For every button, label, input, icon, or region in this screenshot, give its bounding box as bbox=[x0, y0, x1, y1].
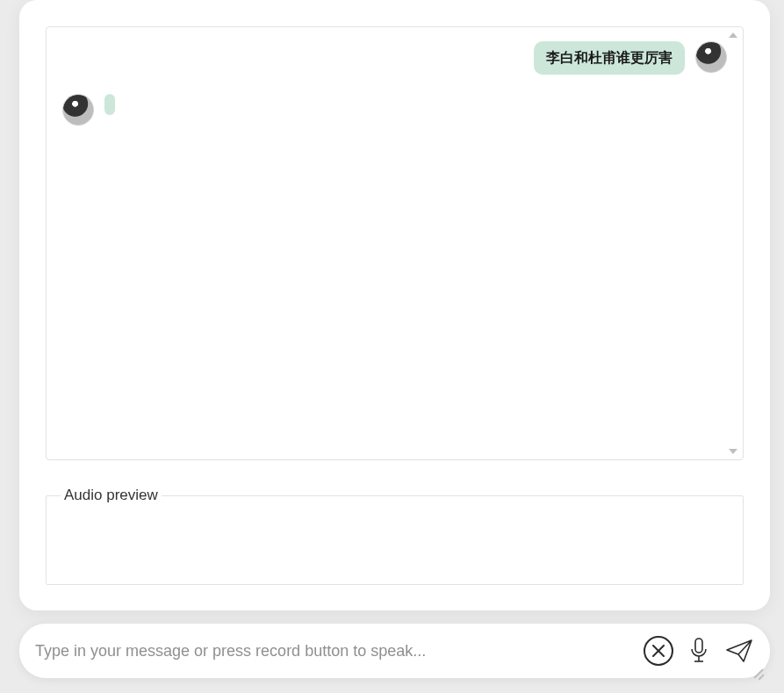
scroll-up-indicator bbox=[729, 32, 737, 38]
user-avatar bbox=[695, 41, 727, 73]
audio-preview-panel: Audio preview bbox=[46, 487, 744, 585]
audio-preview-legend: Audio preview bbox=[61, 487, 162, 504]
cancel-button[interactable] bbox=[644, 636, 673, 666]
send-button[interactable] bbox=[724, 636, 754, 666]
user-message-bubble: 李白和杜甫谁更厉害 bbox=[534, 41, 685, 75]
record-button[interactable] bbox=[684, 636, 714, 666]
svg-rect-2 bbox=[695, 639, 702, 653]
message-row-user: 李白和杜甫谁更厉害 bbox=[62, 41, 727, 75]
assistant-avatar bbox=[62, 94, 94, 126]
message-input[interactable] bbox=[35, 642, 633, 661]
resize-handle[interactable] bbox=[751, 665, 763, 677]
chat-card: 李白和杜甫谁更厉害 Audio preview bbox=[19, 0, 770, 610]
scroll-down-indicator bbox=[729, 449, 737, 454]
paper-plane-icon bbox=[726, 639, 752, 662]
microphone-icon bbox=[689, 638, 708, 664]
message-row-assistant bbox=[62, 94, 727, 126]
chat-history-pane[interactable]: 李白和杜甫谁更厉害 bbox=[46, 26, 744, 460]
close-icon bbox=[652, 645, 665, 657]
assistant-message-bubble bbox=[104, 94, 115, 115]
composer-bar bbox=[19, 624, 770, 678]
